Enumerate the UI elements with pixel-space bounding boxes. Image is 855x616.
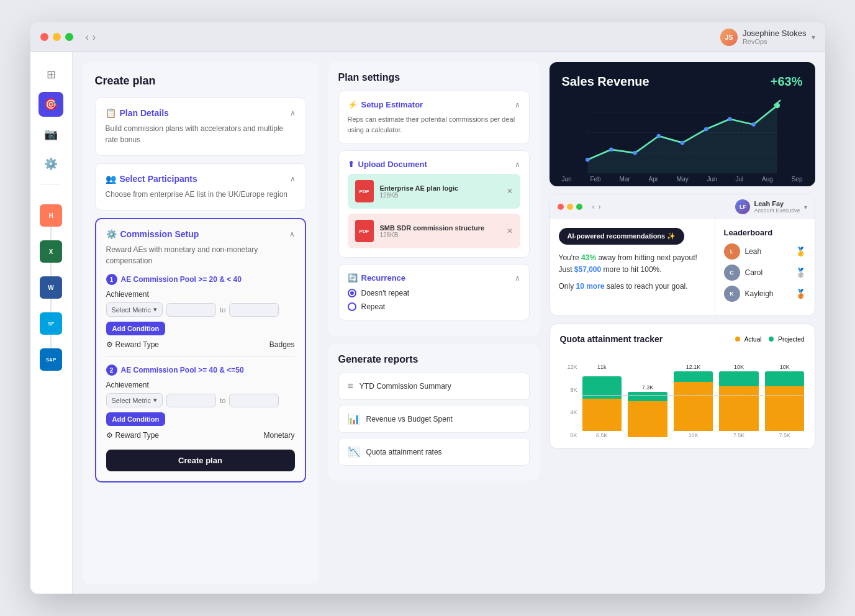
radio-doesnt-repeat[interactable]: Doesn't repeat (348, 289, 520, 297)
forward-button[interactable]: › (93, 32, 96, 43)
back-button[interactable]: ‹ (86, 32, 89, 43)
participants-chevron[interactable]: ∧ (290, 174, 296, 183)
report-item-1[interactable]: ≡ YTD Commission Summary (338, 373, 530, 400)
report-item-3[interactable]: 📉 Quota attainment rates (338, 438, 530, 466)
mini-content: AI-powered recommendations ✨ You're 43% … (550, 219, 815, 315)
dropdown-icon: ▾ (153, 306, 157, 314)
sidebar-item-grid[interactable]: ⊞ (38, 62, 63, 87)
badge-num-1: 1 (106, 274, 117, 285)
word-logo[interactable]: W (40, 276, 62, 299)
metric-input1-2[interactable] (166, 394, 216, 407)
salesforce-logo[interactable]: SF (40, 312, 62, 335)
upload-document-section: ⬆ Upload Document ∧ PDF Enterprise AE pl… (338, 150, 530, 258)
setup-estimator-section: ⚡ Setup Estimator ∧ Reps can estimate th… (338, 91, 530, 144)
sidebar-item-settings[interactable]: ⚙️ (38, 152, 63, 176)
report-label-1: YTD Commission Summary (360, 382, 451, 391)
ai-recommendations-button[interactable]: AI-powered recommendations ✨ (559, 228, 685, 245)
reward-row-2: ⚙ Reward Type Monetary (106, 431, 295, 440)
excel-logo[interactable]: X (40, 240, 62, 263)
sidebar-item-target[interactable]: 🎯 (38, 92, 63, 117)
mini-back[interactable]: ‹ (592, 202, 595, 211)
bar-4: 10K 7.5K (719, 364, 759, 438)
svg-point-6 (633, 151, 637, 155)
metric-input2-2[interactable] (229, 394, 279, 407)
participants-icon: 👥 (106, 174, 116, 184)
select-participants-header: 👥 Select Participants ∧ (106, 174, 296, 184)
user-details: Josephine Stokes RevOps (743, 29, 807, 45)
pdf-icon-1: PDF (355, 180, 374, 202)
bar-2: 7.3K (628, 364, 667, 438)
mini-maximize[interactable] (576, 204, 582, 210)
generate-reports-title: Generate reports (338, 354, 530, 365)
commission-icon: ⚙️ (106, 229, 117, 239)
commission-setup-section: ⚙️ Commission Setup ∧ Reward AEs with mo… (95, 218, 306, 482)
plan-details-chevron[interactable]: ∧ (290, 109, 296, 117)
plan-settings-card: Plan settings ⚡ Setup Estimator ∧ Reps c… (328, 62, 540, 337)
reward-icon-1: ⚙ (106, 340, 113, 349)
recurrence-header: 🔄 Recurrence ∧ (348, 273, 520, 283)
ai-panel: AI-powered recommendations ✨ You're 43% … (550, 219, 715, 315)
svg-point-5 (609, 148, 613, 152)
ai-text-1: You're (559, 253, 582, 262)
maximize-button[interactable] (65, 33, 73, 41)
metric-input1-1[interactable] (166, 303, 216, 317)
svg-point-10 (728, 117, 732, 121)
mini-forward[interactable]: › (599, 202, 601, 211)
plan-details-header: 📋 Plan Details ∧ (106, 108, 296, 118)
create-plan-button[interactable]: Create plan (106, 450, 295, 471)
report-icon-2: 📊 (348, 413, 360, 425)
upload-document-header: ⬆ Upload Document ∧ (348, 160, 520, 169)
dropdown-icon-2: ▾ (153, 396, 157, 404)
ai-highlight-count: 10 more (576, 282, 605, 291)
file-size-1: 128KB (380, 192, 500, 199)
reward-icon-2: ⚙ (106, 431, 113, 440)
recurrence-title: 🔄 Recurrence (348, 273, 406, 283)
badge-num-2: 2 (106, 365, 117, 376)
sidebar-item-camera[interactable]: 📷 (38, 122, 63, 147)
plan-settings-title: Plan settings (338, 72, 530, 83)
hubspot-logo[interactable]: H (40, 204, 62, 227)
mini-user-details: Leah Fay Account Executive (754, 200, 800, 214)
leaderboard-title: Leaderboard (724, 228, 806, 237)
upload-chevron[interactable]: ∧ (515, 160, 520, 169)
commission-chevron[interactable]: ∧ (289, 230, 295, 238)
add-condition-btn-2[interactable]: Add Condition (106, 412, 166, 426)
quota-header: Quota attainment tracker Actual Projecte… (560, 334, 805, 344)
add-condition-btn-1[interactable]: Add Condition (106, 322, 166, 335)
commission-setup-title: ⚙️ Commission Setup (106, 229, 199, 239)
lb-item-2: C Carol 🥈 (724, 265, 806, 281)
mini-minimize[interactable] (567, 204, 573, 210)
right-panel: Sales Revenue +63% (550, 62, 815, 584)
bar-1: 11k 6.5K (582, 364, 622, 438)
reward-row-1: ⚙ Reward Type Badges (106, 340, 295, 349)
create-plan-title: Create plan (95, 75, 306, 88)
report-item-2[interactable]: 📊 Revenue vs Budget Spent (338, 405, 530, 433)
sales-revenue-card: Sales Revenue +63% (550, 62, 815, 186)
metric-input2-1[interactable] (229, 303, 279, 317)
file-close-1[interactable]: ✕ (507, 187, 513, 196)
to-label-2: to (220, 397, 225, 404)
mini-close[interactable] (558, 204, 564, 210)
chevron-down-icon: ▾ (812, 33, 815, 42)
quota-legend: Actual Projected (735, 336, 804, 343)
estimator-chevron[interactable]: ∧ (515, 101, 520, 109)
plan-details-icon: 📋 (106, 108, 116, 118)
recurrence-chevron[interactable]: ∧ (515, 274, 520, 283)
report-label-2: Revenue vs Budget Spent (366, 415, 453, 424)
metric-select-1[interactable]: Select Metric ▾ (106, 302, 163, 317)
radio-repeat[interactable]: Repeat (348, 302, 520, 311)
radio-dot-1 (348, 289, 356, 297)
close-button[interactable] (40, 33, 48, 41)
plan-details-desc: Build commission plans with accelerators… (106, 123, 296, 145)
file-info-1: Enterprise AE plan logic 128KB (380, 184, 500, 199)
plan-details-section: 📋 Plan Details ∧ Build commission plans … (95, 97, 306, 156)
sap-logo[interactable]: SAP (40, 348, 62, 371)
metric-select-2[interactable]: Select Metric ▾ (106, 393, 163, 407)
lb-badge-3: 🥉 (795, 289, 806, 299)
svg-point-4 (586, 158, 590, 162)
ai-text-block-2: Only 10 more sales to reach your goal. (559, 281, 706, 292)
minimize-button[interactable] (53, 33, 61, 41)
metric-row-1: Select Metric ▾ to (106, 302, 295, 317)
user-info: JS Josephine Stokes RevOps ▾ (720, 29, 815, 46)
file-close-2[interactable]: ✕ (507, 227, 513, 235)
